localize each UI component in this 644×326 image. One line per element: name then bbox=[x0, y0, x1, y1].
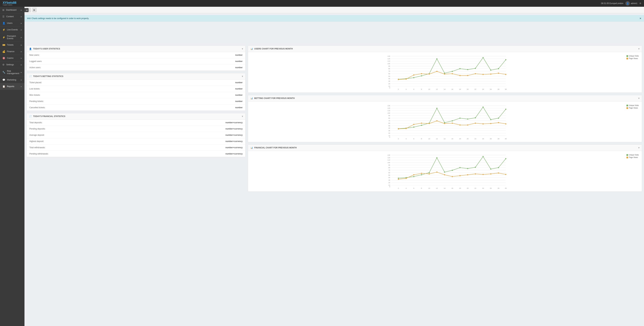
svg-point-215 bbox=[505, 174, 506, 175]
betting-stat-label-3: Pending tickets: bbox=[30, 100, 44, 102]
svg-text:26: 26 bbox=[490, 138, 492, 140]
svg-point-198 bbox=[490, 168, 491, 170]
betting-chart-collapse[interactable]: ▾ bbox=[638, 97, 640, 100]
svg-text:20: 20 bbox=[467, 187, 468, 189]
sidebar: ⊞ Dashboard ▶ ☰ Content ▶ 👤 Users ▶ ⚡ Li… bbox=[0, 7, 24, 194]
svg-point-122 bbox=[460, 118, 460, 119]
sidebar-arrow-3: ▶ bbox=[21, 29, 22, 31]
sidebar-label-0: Dashboard bbox=[6, 9, 16, 11]
users-chart-collapse[interactable]: ▾ bbox=[638, 48, 640, 50]
financial-chart-header: 📊 FINANCIAL CHART FOR PREVIOUS MONTH ▾ bbox=[248, 145, 642, 151]
betting-chart-title: BETTING CHART FOR PREVIOUS MONTH bbox=[254, 97, 295, 100]
sidebar-item-dashboard[interactable]: ⊞ Dashboard ▶ bbox=[0, 7, 24, 13]
sidebar-item-marketing[interactable]: 💬 Marketing ▶ bbox=[0, 77, 24, 83]
betting-chart-area: 130 120 110 100 90 80 70 60 50 40 30 20 … bbox=[248, 102, 642, 142]
sidebar-item-casino[interactable]: 🎯 Casino ▶ bbox=[0, 55, 24, 62]
sidebar-icon-0: ⊞ bbox=[2, 8, 4, 11]
svg-text:120: 120 bbox=[388, 107, 390, 109]
sidebar-item-live-events[interactable]: ⚡ Live Events ▶ bbox=[0, 26, 24, 33]
sidebar-icon-8: ⚙ bbox=[2, 63, 4, 66]
svg-text:20: 20 bbox=[467, 138, 468, 140]
breadcrumb-nav-button[interactable]: ▶ bbox=[32, 8, 37, 12]
svg-text:10: 10 bbox=[428, 138, 430, 140]
betting-stat-label-1: Lost tickets: bbox=[30, 88, 40, 90]
svg-point-195 bbox=[467, 168, 468, 169]
svg-text:14: 14 bbox=[444, 138, 446, 140]
svg-text:30: 30 bbox=[505, 138, 507, 140]
betting-legend-page-views: Page Views bbox=[629, 107, 638, 109]
svg-text:30: 30 bbox=[388, 80, 390, 82]
financial-stat-row: Highest deposit: number+currency bbox=[27, 138, 245, 144]
sidebar-item-content[interactable]: ☰ Content ▶ bbox=[0, 13, 24, 20]
svg-text:10: 10 bbox=[428, 88, 430, 90]
financial-stats-card: 📄 TODAY's FINANCIAL STATISTICS ▾ Total d… bbox=[26, 113, 246, 157]
right-column: 📊 USERS CHART FOR PREVIOUS MONTH ▾ bbox=[248, 46, 642, 192]
svg-point-212 bbox=[482, 174, 484, 175]
betting-stats-icon: 📄 bbox=[29, 75, 32, 78]
user-stats-header: 👤 TODAY's USER STATISTICS ▾ bbox=[27, 46, 245, 52]
betting-stats-title: TODAY's BETTING STATISTICS bbox=[33, 75, 63, 78]
betting-stat-value-0: number bbox=[235, 81, 243, 84]
sidebar-arrow-1: ▶ bbox=[21, 16, 22, 18]
svg-text:16: 16 bbox=[451, 88, 453, 90]
svg-point-55 bbox=[498, 68, 499, 69]
betting-chart-icon: 📊 bbox=[250, 97, 253, 100]
betting-stats-collapse[interactable]: ▾ bbox=[242, 75, 243, 78]
svg-text:120: 120 bbox=[388, 58, 390, 60]
svg-text:30: 30 bbox=[388, 179, 390, 181]
sidebar-arrow-11: ▶ bbox=[21, 86, 22, 88]
betting-stat-value-4: number bbox=[235, 106, 243, 109]
user-stats-collapse[interactable]: ▾ bbox=[242, 48, 243, 50]
svg-point-202 bbox=[406, 178, 406, 179]
svg-text:8: 8 bbox=[421, 138, 422, 140]
financial-chart-legend: Unique Visits Page Views bbox=[626, 154, 639, 159]
svg-text:20: 20 bbox=[388, 83, 390, 84]
users-chart-title: USERS CHART FOR PREVIOUS MONTH bbox=[254, 48, 293, 50]
svg-text:30: 30 bbox=[505, 187, 507, 189]
svg-point-121 bbox=[452, 120, 453, 122]
svg-text:4: 4 bbox=[406, 187, 406, 189]
sidebar-icon-1: ☰ bbox=[2, 15, 4, 18]
sidebar-item-prematch-events[interactable]: ⚡ Prematch Events ▶ bbox=[0, 33, 24, 42]
svg-point-60 bbox=[421, 73, 422, 74]
svg-text:110: 110 bbox=[388, 159, 390, 161]
user-stats-title: TODAY's USER STATISTICS bbox=[33, 48, 60, 50]
svg-point-126 bbox=[490, 119, 491, 120]
user-stat-value-2: number bbox=[235, 66, 243, 69]
sidebar-item-tickets[interactable]: 🎫 Tickets ▶ bbox=[0, 42, 24, 48]
financial-chart-collapse[interactable]: ▾ bbox=[638, 146, 640, 149]
betting-chart-svg: 130 120 110 100 90 80 70 60 50 40 30 20 … bbox=[250, 104, 640, 140]
svg-point-199 bbox=[498, 167, 499, 168]
sidebar-item-finance[interactable]: 💰 Finance ▶ bbox=[0, 48, 24, 55]
topbar-time: 08:31:05 Europe/London bbox=[601, 2, 624, 4]
sidebar-label-7: Casino bbox=[7, 57, 14, 59]
svg-point-206 bbox=[436, 172, 437, 172]
user-settings-icon[interactable]: ⚙ bbox=[640, 2, 641, 4]
sidebar-item-settings[interactable]: ⚙ Settings ▶ bbox=[0, 62, 24, 68]
svg-text:6: 6 bbox=[413, 187, 414, 189]
fin-stat-label-5: Pending withdrawals: bbox=[30, 152, 48, 155]
fin-stat-value-5: number+currency bbox=[226, 152, 243, 155]
sidebar-label-11: Reports bbox=[7, 85, 14, 88]
user-stat-label-0: New users: bbox=[30, 54, 40, 56]
svg-point-130 bbox=[406, 128, 406, 129]
user-stat-value-0: number bbox=[235, 54, 243, 56]
financial-stats-collapse[interactable]: ▾ bbox=[242, 115, 243, 118]
svg-text:20: 20 bbox=[467, 88, 468, 90]
svg-point-203 bbox=[413, 174, 414, 175]
sidebar-item-users[interactable]: 👤 Users ▶ bbox=[0, 20, 24, 26]
sidebar-label-5: Tickets bbox=[7, 44, 14, 46]
betting-stat-label-2: Won tickets: bbox=[30, 94, 40, 96]
svg-text:18: 18 bbox=[459, 187, 461, 189]
sidebar-collapse-button[interactable]: ◀ bbox=[24, 8, 28, 12]
logo-text: XYbets88 bbox=[3, 1, 16, 4]
fin-stat-value-1: number+currency bbox=[226, 128, 243, 130]
svg-text:24: 24 bbox=[482, 88, 484, 90]
alert-close-button[interactable]: ✕ bbox=[640, 17, 642, 20]
sidebar-item-risk-management[interactable]: 🔧 Risk management ▶ bbox=[0, 68, 24, 77]
svg-text:90: 90 bbox=[388, 65, 390, 67]
svg-text:70: 70 bbox=[388, 70, 390, 72]
sidebar-item-reports[interactable]: 📋 Reports ▶ bbox=[0, 83, 24, 90]
svg-point-196 bbox=[475, 167, 476, 168]
svg-text:70: 70 bbox=[388, 120, 390, 122]
